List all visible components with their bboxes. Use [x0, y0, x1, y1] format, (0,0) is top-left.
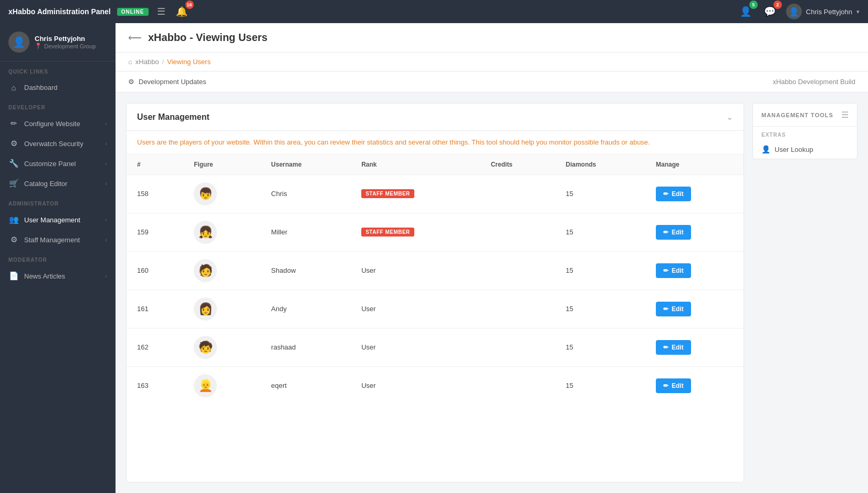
- sidebar-profile: 👤 Chris Pettyjohn 📍 Development Group: [0, 23, 116, 61]
- figure-avatar: 🧒: [194, 336, 217, 359]
- cell-credits: [480, 366, 556, 405]
- sidebar-item-catalog-editor[interactable]: 🛒 Catalog Editor ›: [0, 173, 116, 193]
- sidebar-item-configure-website[interactable]: ✏ Configure Website ›: [0, 114, 116, 133]
- chevron-right-icon: ›: [105, 160, 107, 167]
- cell-rank: User: [351, 366, 480, 405]
- sidebar-item-customize-panel[interactable]: 🔧 Customize Panel ›: [0, 153, 116, 173]
- edit-label: Edit: [672, 267, 684, 274]
- edit-button[interactable]: ✏ Edit: [656, 378, 691, 393]
- chevron-right-icon: ›: [105, 273, 107, 279]
- breadcrumb-home[interactable]: xHabbo: [135, 58, 159, 66]
- topnav-right: 👤 5 💬 2 👤 Chris Pettyjohn ▾: [738, 4, 860, 19]
- app-title: xHabbo Administration Panel: [8, 7, 111, 16]
- edit-button[interactable]: ✏ Edit: [656, 225, 691, 240]
- edit-button[interactable]: ✏ Edit: [656, 187, 691, 201]
- alert-text: Development Updates: [139, 78, 206, 86]
- col-manage: Manage: [645, 155, 744, 175]
- news-icon: 📄: [8, 271, 19, 281]
- col-credits: Credits: [480, 155, 556, 175]
- build-label: xHabbo Development Build: [772, 78, 855, 86]
- cell-credits: [480, 328, 556, 366]
- home-icon: ⌂: [128, 58, 132, 66]
- sidebar-item-staff-management[interactable]: ⚙ Staff Management ›: [0, 230, 116, 250]
- sidebar-avatar: 👤: [8, 32, 29, 53]
- cell-username: Chris: [260, 174, 351, 213]
- cell-diamonds: 15: [555, 290, 645, 328]
- sidebar-item-news-articles[interactable]: 📄 News Articles ›: [0, 266, 116, 286]
- menu-button[interactable]: ☰: [155, 4, 168, 19]
- topnav-username: Chris Pettyjohn: [806, 8, 852, 16]
- cell-manage: ✏ Edit: [645, 290, 744, 328]
- figure-avatar: 👦: [194, 182, 217, 206]
- edit-icon: ✏: [663, 229, 668, 236]
- back-button[interactable]: ⟵: [128, 32, 142, 44]
- cell-rank: User: [351, 290, 480, 328]
- sidebar-item-label: Configure Website: [24, 120, 80, 128]
- rank-text: User: [361, 382, 375, 389]
- content-area: ⟵ xHabbo - Viewing Users ⌂ xHabbo / View…: [116, 23, 868, 493]
- edit-button[interactable]: ✏ Edit: [656, 340, 691, 355]
- edit-icon: ✏: [663, 190, 668, 198]
- sidebar-item-label: Staff Management: [24, 236, 80, 244]
- chevron-right-icon: ›: [105, 180, 107, 187]
- cell-id: 159: [127, 213, 183, 251]
- page-header: ⟵ xHabbo - Viewing Users: [116, 23, 868, 53]
- cell-rank: User: [351, 328, 480, 366]
- col-id: #: [127, 155, 183, 175]
- configure-icon: ✏: [8, 119, 19, 128]
- cell-username: eqert: [260, 366, 351, 405]
- cell-username: Shadow: [260, 251, 351, 290]
- sidebar-item-user-management[interactable]: 👥 User Management ›: [0, 210, 116, 230]
- overwatch-icon: ⚙: [8, 139, 19, 148]
- table-row: 163 👱 eqert User 15 ✏ Edit: [127, 366, 744, 405]
- rank-badge: STAFF MEMBER: [361, 228, 414, 237]
- table-row: 161 👩 Andy User 15 ✏ Edit: [127, 290, 744, 328]
- cell-figure: 👦: [183, 174, 260, 213]
- chevron-right-icon: ›: [105, 120, 107, 127]
- location-icon: 📍: [35, 43, 42, 49]
- sidebar-item-overwatch-security[interactable]: ⚙ Overwatch Security ›: [0, 133, 116, 153]
- cell-id: 158: [127, 174, 183, 213]
- breadcrumb-current: Viewing Users: [167, 58, 211, 66]
- cell-rank: STAFF MEMBER: [351, 213, 480, 251]
- cell-diamonds: 15: [555, 174, 645, 213]
- users-table: # Figure Username Rank Credits Diamonds …: [127, 155, 744, 405]
- sidebar-item-label: User Management: [24, 216, 80, 224]
- cell-figure: 👱: [183, 366, 260, 405]
- cell-credits: [480, 290, 556, 328]
- user-lookup-icon: 👤: [761, 145, 770, 153]
- cell-diamonds: 15: [555, 251, 645, 290]
- sidebar-item-label: Overwatch Security: [24, 140, 83, 148]
- sidebar-username: Chris Pettyjohn: [35, 35, 96, 43]
- um-panel-description: Users are the players of your website. W…: [127, 131, 744, 155]
- sidebar-role: 📍 Development Group: [35, 43, 96, 49]
- users-tbody: 158 👦 Chris STAFF MEMBER 15 ✏ Edit 159 👧…: [127, 174, 744, 405]
- mt-item-label: User Lookup: [775, 146, 813, 153]
- sidebar-item-label: Catalog Editor: [24, 180, 67, 188]
- cell-figure: 🧑: [183, 251, 260, 290]
- rank-badge: STAFF MEMBER: [361, 189, 414, 198]
- mt-menu-button[interactable]: ☰: [841, 110, 849, 120]
- um-desc-highlight: This tool should help you monitor possib…: [472, 138, 650, 146]
- user-management-panel: User Management ⌄ Users are the players …: [126, 103, 744, 482]
- col-figure: Figure: [183, 155, 260, 175]
- cell-username: Miller: [260, 213, 351, 251]
- cell-figure: 🧒: [183, 328, 260, 366]
- customize-icon: 🔧: [8, 159, 19, 168]
- cell-id: 160: [127, 251, 183, 290]
- sidebar-item-dashboard[interactable]: ⌂ Dashboard: [0, 78, 116, 97]
- chevron-down-icon: ⌄: [726, 112, 733, 122]
- user-profile-button[interactable]: 👤 Chris Pettyjohn ▾: [786, 4, 860, 19]
- edit-button[interactable]: ✏ Edit: [656, 263, 691, 278]
- rank-text: User: [361, 343, 375, 351]
- table-wrapper: # Figure Username Rank Credits Diamonds …: [127, 155, 744, 482]
- um-desc-pre: Users are the players of your website. W…: [137, 138, 470, 146]
- mt-item-user-lookup[interactable]: 👤 User Lookup: [753, 140, 857, 159]
- edit-label: Edit: [672, 229, 684, 236]
- edit-button[interactable]: ✏ Edit: [656, 302, 691, 316]
- edit-icon: ✏: [663, 344, 668, 351]
- topnav-left: xHabbo Administration Panel ONLINE ☰ 🔔 1…: [8, 4, 190, 19]
- topnav: xHabbo Administration Panel ONLINE ☰ 🔔 1…: [0, 0, 868, 23]
- um-panel-header: User Management ⌄: [127, 104, 744, 131]
- main-body: User Management ⌄ Users are the players …: [116, 93, 868, 493]
